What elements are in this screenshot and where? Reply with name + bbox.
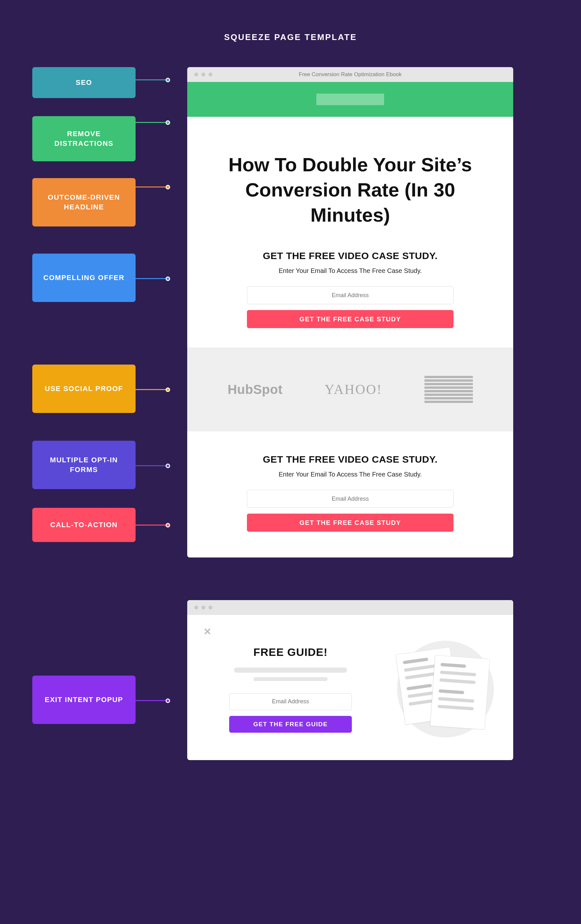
annot-outcome-headline: OUTCOME-DRIVEN HEADLINE <box>32 178 136 226</box>
optin-form-top: GET THE FREE VIDEO CASE STUDY. Enter You… <box>187 247 513 348</box>
annot-multiple-optin: MULTIPLE OPT-IN FORMS <box>32 441 136 489</box>
squeeze-page: How To Double Your Site’s Conversion Rat… <box>187 82 513 558</box>
placeholder-line <box>234 668 347 673</box>
optin-form-bottom: GET THE FREE VIDEO CASE STUDY. Enter You… <box>187 431 513 558</box>
logo-ibm <box>424 376 473 403</box>
cta-button-bottom[interactable]: GET THE FREE CASE STUDY <box>247 514 454 532</box>
annot-compelling-offer: COMPELLING OFFER <box>32 254 136 302</box>
popup-illustration <box>387 637 497 741</box>
document-icon <box>430 655 490 729</box>
dot-icon <box>194 606 198 609</box>
main-browser-window: Free Conversion Rate Optimization Ebook … <box>187 67 513 558</box>
connector-cta <box>136 525 168 526</box>
logo-yahoo: YAHOO! <box>325 382 382 397</box>
popup-browser-window: ✕ FREE GUIDE! GET THE FREE GUIDE <box>187 600 513 760</box>
dot-icon <box>202 73 205 76</box>
browser-titlebar: Free Conversion Rate Optimization Ebook <box>187 67 513 82</box>
connector-exit-intent <box>136 700 168 701</box>
traffic-light-icons <box>194 73 212 76</box>
connector-social-proof <box>136 389 168 390</box>
placeholder-line <box>253 677 328 681</box>
connector-multiple-optin <box>136 465 168 466</box>
traffic-light-icons <box>194 606 212 609</box>
annot-cta: CALL-TO-ACTION <box>32 508 136 542</box>
connector-compelling-offer <box>136 278 168 279</box>
top-header-bar <box>187 82 513 117</box>
popup-titlebar <box>187 600 513 615</box>
popup-headline: FREE GUIDE! <box>204 646 377 658</box>
email-input-top[interactable] <box>247 286 454 304</box>
case-study-title-2: GET THE FREE VIDEO CASE STUDY. <box>213 454 487 465</box>
case-study-subtitle: Enter Your Email To Access The Free Case… <box>213 267 487 275</box>
dot-icon <box>194 73 198 76</box>
annot-remove-distractions: REMOVE DISTRACTIONS <box>32 116 136 161</box>
social-proof-section: HubSpot YAHOO! <box>187 348 513 431</box>
connector-seo <box>136 79 168 80</box>
case-study-title: GET THE FREE VIDEO CASE STUDY. <box>213 250 487 261</box>
browser-tab-title: Free Conversion Rate Optimization Ebook <box>187 71 513 78</box>
annot-seo: SEO <box>32 67 136 98</box>
connector-outcome-headline <box>136 186 168 187</box>
logo-placeholder <box>316 94 384 105</box>
hero-section: How To Double Your Site’s Conversion Rat… <box>187 117 513 247</box>
logo-hubspot: HubSpot <box>228 382 282 397</box>
cta-button-top[interactable]: GET THE FREE CASE STUDY <box>247 310 454 328</box>
popup-email-input[interactable] <box>229 693 352 710</box>
close-icon[interactable]: ✕ <box>204 626 212 637</box>
dot-icon <box>202 606 205 609</box>
headline: How To Double Your Site’s Conversion Rat… <box>228 152 473 228</box>
connector-remove-distractions <box>136 122 168 123</box>
case-study-subtitle-2: Enter Your Email To Access The Free Case… <box>213 471 487 478</box>
annot-social-proof: USE SOCIAL PROOF <box>32 365 136 413</box>
dot-icon <box>209 606 212 609</box>
email-input-bottom[interactable] <box>247 490 454 508</box>
annot-exit-intent: EXIT INTENT POPUP <box>32 676 136 724</box>
popup-cta-button[interactable]: GET THE FREE GUIDE <box>229 716 352 733</box>
diagram-title: SQUEEZE PAGE TEMPLATE <box>0 32 581 42</box>
exit-intent-popup: ✕ FREE GUIDE! GET THE FREE GUIDE <box>187 615 513 760</box>
dot-icon <box>209 73 212 76</box>
